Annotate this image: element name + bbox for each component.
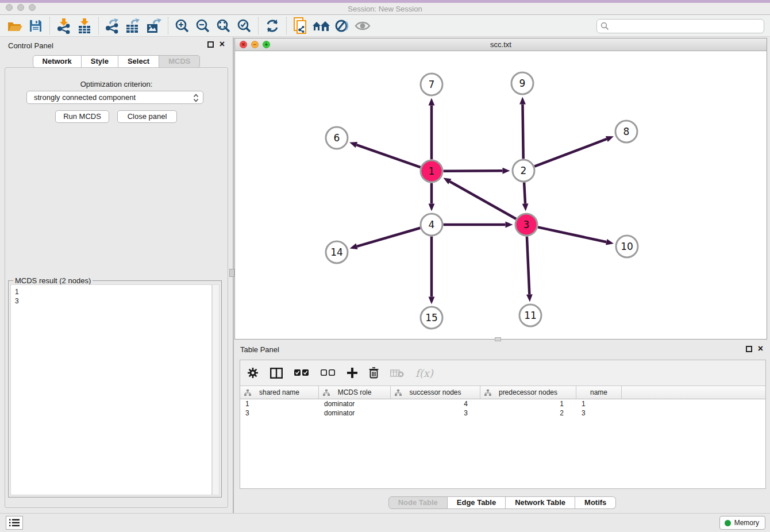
mcds-panel: Optimization criterion: strongly connect… [5,67,228,508]
cell-name[interactable]: 3 [576,408,622,418]
column-header-name[interactable]: name [576,386,622,399]
graph-node-11[interactable]: 11 [519,304,541,326]
graph-edge-2-8[interactable] [534,136,614,167]
cell-predecessor-nodes[interactable]: 1 [480,399,576,408]
table-body: 1 dominator 4 1 1 3 dominator 3 2 3 [240,399,765,488]
float-table-panel-icon[interactable] [746,346,752,352]
table-row[interactable]: 1 dominator 4 1 1 [240,399,765,408]
memory-button[interactable]: Memory [719,516,765,530]
show-columns-icon[interactable] [270,368,283,379]
graph-edge-1-6[interactable] [349,142,420,167]
tab-mcds[interactable]: MCDS [159,55,200,68]
deselect-all-rows-icon[interactable] [321,369,336,376]
float-panel-icon[interactable] [207,41,214,48]
graph-edge-1-7[interactable] [429,98,435,160]
open-session-button[interactable] [5,17,25,35]
delete-table-icon-disabled[interactable] [390,369,404,377]
graph-node-15[interactable]: 15 [421,307,442,329]
tab-motifs[interactable]: Motifs [575,496,616,509]
vertical-splitter-handle[interactable] [229,269,234,277]
graph-node-1[interactable]: 1 [421,160,442,182]
close-panel-button[interactable]: Close panel [117,110,177,123]
export-table-button[interactable] [123,17,144,35]
network-canvas[interactable]: 7968124314101511 [235,51,767,339]
export-image-button[interactable] [144,17,164,35]
tab-network-table[interactable]: Network Table [506,496,575,509]
toolbar-separator [49,17,50,34]
graph-edge-3-1[interactable] [443,178,516,219]
network-window-titlebar[interactable]: × − + scc.txt [235,38,767,51]
delete-column-trash-icon[interactable] [369,367,379,379]
close-panel-icon[interactable]: × [220,40,225,48]
horizontal-splitter-handle[interactable] [495,337,501,341]
graph-node-7[interactable]: 7 [421,74,442,95]
table-settings-gear-icon[interactable] [247,367,259,379]
import-network-icon [56,18,71,34]
graph-edge-2-3[interactable] [522,182,529,211]
show-graphics-button[interactable] [352,17,373,35]
graph-edge-1-2[interactable] [443,168,510,174]
select-all-rows-icon[interactable] [294,369,309,376]
titlebar-accent-strip [0,0,770,3]
column-header-shared-name[interactable]: shared name [240,386,319,399]
column-header-successor-nodes[interactable]: successor nodes [391,386,480,399]
mcds-result-scrollbar[interactable] [212,284,220,495]
cell-mcds-role[interactable]: dominator [319,399,391,408]
search-input[interactable] [596,19,764,33]
run-mcds-button[interactable]: Run MCDS [55,110,109,123]
zoom-out-button[interactable] [192,17,213,35]
graph-node-9[interactable]: 9 [511,72,533,94]
column-label: name [590,388,607,396]
new-network-from-file-button[interactable] [290,17,311,35]
graph-edge-2-9[interactable] [519,97,526,159]
cell-shared-name[interactable]: 3 [240,408,319,418]
import-table-button[interactable] [74,17,95,35]
home-button[interactable] [311,17,332,35]
column-header-mcds-role[interactable]: MCDS role [319,386,391,399]
tab-network[interactable]: Network [33,55,82,68]
optimization-criterion-select[interactable]: strongly connected component [26,91,203,104]
create-column-plus-icon[interactable] [347,368,357,378]
graph-edge-3-11[interactable] [526,236,533,302]
graph-node-14[interactable]: 14 [326,241,348,263]
tab-edge-table[interactable]: Edge Table [448,496,506,509]
graph-edge-4-15[interactable] [429,237,435,304]
tab-node-table[interactable]: Node Table [388,496,448,509]
save-session-button[interactable] [25,17,46,35]
cell-predecessor-nodes[interactable]: 2 [480,408,576,418]
refresh-layout-button[interactable] [262,17,283,35]
zoom-fit-button[interactable] [213,17,234,35]
tab-style[interactable]: Style [82,55,118,68]
tab-select[interactable]: Select [118,55,159,68]
graph-node-3[interactable]: 3 [515,214,537,236]
table-panel: Table Panel × [234,342,770,511]
column-header-predecessor-nodes[interactable]: predecessor nodes [480,386,576,399]
graph-node-8[interactable]: 8 [615,121,637,142]
cell-successor-nodes[interactable]: 4 [391,399,480,408]
graph-edge-1-4[interactable] [429,183,435,211]
graph-edge-4-3[interactable] [444,222,513,228]
column-label: successor nodes [409,388,461,396]
cell-shared-name[interactable]: 1 [240,399,319,408]
cell-successor-nodes[interactable]: 3 [391,408,480,418]
graph-node-6[interactable]: 6 [326,127,348,149]
table-row[interactable]: 3 dominator 3 2 3 [240,408,765,418]
graph-edge-3-10[interactable] [538,227,614,245]
cell-name[interactable]: 1 [576,399,622,408]
cell-mcds-role[interactable]: dominator [319,408,391,418]
graph-node-label: 11 [524,310,537,321]
import-network-button[interactable] [53,17,74,35]
graph-edge-4-14[interactable] [350,228,421,249]
graph-node-2[interactable]: 2 [513,160,534,182]
hide-graphics-button[interactable] [332,17,352,35]
function-builder-icon-disabled[interactable]: f(x) [415,367,433,379]
toolbar-separator [98,17,99,34]
zoom-selected-button[interactable] [234,17,255,35]
mcds-result-list[interactable]: 1 3 [10,284,212,495]
task-history-button[interactable] [6,516,23,530]
export-network-button[interactable] [102,17,123,35]
graph-node-10[interactable]: 10 [616,236,638,257]
graph-node-4[interactable]: 4 [421,214,442,236]
close-table-panel-icon[interactable]: × [758,345,763,353]
zoom-in-button[interactable] [172,17,192,35]
